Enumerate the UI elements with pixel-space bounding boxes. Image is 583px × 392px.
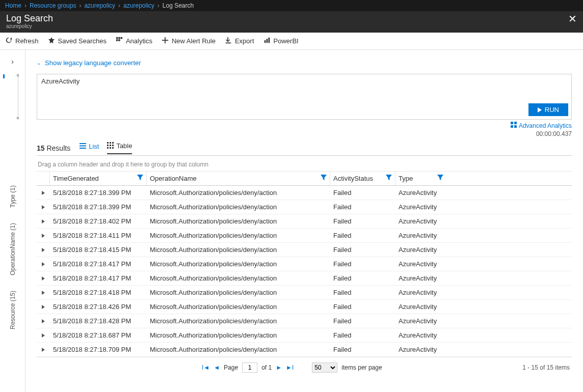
saved-searches-label: Saved Searches: [58, 37, 107, 45]
expand-row-button[interactable]: [37, 191, 50, 195]
col-type[interactable]: Type: [395, 172, 446, 185]
view-list-button[interactable]: List: [80, 143, 99, 154]
new-alert-label: New Alert Rule: [172, 37, 216, 45]
cell-type: AzureActivity: [395, 232, 446, 239]
table-icon: [107, 142, 114, 150]
table-row[interactable]: 5/18/2018 8:27:18.418 PMMicrosoft.Author…: [37, 286, 572, 300]
table-row[interactable]: 5/18/2018 8:27:18.415 PMMicrosoft.Author…: [37, 243, 572, 257]
expand-row-button[interactable]: [37, 333, 50, 338]
play-icon: [538, 107, 542, 113]
saved-searches-button[interactable]: Saved Searches: [48, 37, 107, 45]
rail-tab-type[interactable]: Type (1): [8, 182, 17, 211]
cell-type: AzureActivity: [395, 217, 446, 225]
results-count-value: 15: [37, 144, 45, 152]
chevron-right-icon: ›: [79, 2, 81, 9]
table-row[interactable]: 5/18/2018 8:27:18.402 PMMicrosoft.Author…: [37, 214, 572, 229]
advanced-analytics-link[interactable]: Advanced Analytics: [511, 122, 572, 129]
col-operationname[interactable]: OperationName: [147, 172, 330, 185]
table-row[interactable]: 5/18/2018 8:27:18.428 PMMicrosoft.Author…: [37, 314, 572, 328]
advanced-analytics-label: Advanced Analytics: [519, 122, 572, 129]
expand-row-button[interactable]: [37, 291, 50, 295]
query-editor[interactable]: AzureActivity RUN: [37, 74, 572, 120]
grid-body: 5/18/2018 8:27:18.399 PMMicrosoft.Author…: [37, 186, 572, 357]
expand-rail-button[interactable]: ›: [11, 58, 14, 66]
cell-type: AzureActivity: [395, 189, 446, 197]
expand-row-button[interactable]: [37, 262, 50, 266]
powerbi-button[interactable]: PowerBI: [263, 37, 299, 45]
filter-icon[interactable]: [321, 175, 327, 182]
caret-right-icon: [42, 234, 45, 238]
table-row[interactable]: 5/18/2018 8:27:18.709 PMMicrosoft.Author…: [37, 343, 572, 357]
filter-icon[interactable]: [437, 175, 443, 182]
table-row[interactable]: 5/18/2018 8:27:18.411 PMMicrosoft.Author…: [37, 229, 572, 243]
caret-right-icon: [42, 262, 45, 266]
pager-range: 1 - 15 of 15 items: [522, 364, 570, 371]
cell-operation: Microsoft.Authorization/policies/deny/ac…: [147, 346, 330, 353]
cell-type: AzureActivity: [395, 274, 446, 282]
analytics-button[interactable]: Analytics: [116, 37, 152, 45]
view-list-label: List: [89, 143, 99, 150]
page-input[interactable]: [242, 362, 257, 373]
table-row[interactable]: 5/18/2018 8:27:18.399 PMMicrosoft.Author…: [37, 200, 572, 214]
view-table-label: Table: [116, 142, 132, 150]
chevron-right-icon: ›: [24, 2, 26, 9]
title-bar: Log Search azurepolicy ✕: [0, 11, 583, 33]
cell-time: 5/18/2018 8:27:18.411 PM: [50, 232, 147, 239]
caret-right-icon: [42, 248, 45, 252]
expand-row-button[interactable]: [37, 319, 50, 323]
breadcrumb-azurepolicy-2[interactable]: azurepolicy: [123, 2, 154, 9]
expand-row-button[interactable]: [37, 205, 50, 209]
filter-icon[interactable]: [137, 175, 143, 182]
col-activitystatus-label: ActivityStatus: [333, 175, 373, 182]
rail-tab-operationname[interactable]: OperationName (1): [8, 220, 17, 278]
new-alert-button[interactable]: New Alert Rule: [162, 37, 216, 45]
view-table-button[interactable]: Table: [107, 142, 132, 154]
page-last-button[interactable]: ►I: [286, 364, 294, 371]
col-timegenerated[interactable]: TimeGenerated: [50, 172, 147, 185]
filter-icon[interactable]: [386, 175, 392, 182]
cell-status: Failed: [330, 331, 395, 339]
cell-status: Failed: [330, 317, 395, 325]
export-button[interactable]: Export: [225, 37, 254, 45]
expand-row-button[interactable]: [37, 219, 50, 223]
breadcrumb-home[interactable]: Home: [5, 2, 21, 9]
page-prev-button[interactable]: ◄: [214, 364, 220, 371]
expand-row-button[interactable]: [37, 305, 50, 309]
expand-row-button[interactable]: [37, 248, 50, 252]
breadcrumb: Home › Resource groups › azurepolicy › a…: [0, 0, 583, 11]
close-button[interactable]: ✕: [568, 13, 577, 24]
col-type-label: Type: [399, 175, 413, 182]
table-row[interactable]: 5/18/2018 8:27:18.417 PMMicrosoft.Author…: [37, 257, 572, 271]
table-row[interactable]: 5/18/2018 8:27:18.687 PMMicrosoft.Author…: [37, 328, 572, 343]
analytics-label: Analytics: [126, 37, 152, 45]
expand-row-button[interactable]: [37, 276, 50, 281]
analytics-icon: [116, 37, 123, 45]
breadcrumb-current: Log Search: [163, 2, 194, 9]
legacy-converter-link[interactable]: ⌄ Show legacy language converter: [37, 59, 572, 67]
table-row[interactable]: 5/18/2018 8:27:18.426 PMMicrosoft.Author…: [37, 300, 572, 314]
table-row[interactable]: 5/18/2018 8:27:18.417 PMMicrosoft.Author…: [37, 271, 572, 286]
breadcrumb-azurepolicy-1[interactable]: azurepolicy: [84, 2, 115, 9]
chevron-right-icon: ›: [118, 2, 120, 9]
svg-rect-3: [116, 39, 118, 41]
cell-operation: Microsoft.Authorization/policies/deny/ac…: [147, 289, 330, 296]
svg-rect-22: [110, 147, 111, 149]
breadcrumb-resource-groups[interactable]: Resource groups: [30, 2, 76, 9]
caret-right-icon: [42, 219, 45, 223]
page-first-button[interactable]: I◄: [202, 364, 209, 371]
expand-row-button[interactable]: [37, 234, 50, 238]
results-bar: 15 Results List Table: [37, 141, 572, 156]
group-by-dropzone[interactable]: Drag a column header and drop it here to…: [37, 159, 572, 170]
caret-right-icon: [42, 348, 45, 352]
col-activitystatus[interactable]: ActivityStatus: [330, 172, 395, 185]
page-next-button[interactable]: ►: [276, 364, 282, 371]
rail-tab-resource[interactable]: Resource (15): [8, 288, 17, 332]
cell-operation: Microsoft.Authorization/policies/deny/ac…: [147, 189, 330, 197]
run-button[interactable]: RUN: [528, 103, 568, 116]
table-row[interactable]: 5/18/2018 8:27:18.399 PMMicrosoft.Author…: [37, 186, 572, 200]
expand-row-button[interactable]: [37, 348, 50, 352]
svg-rect-18: [107, 145, 109, 146]
items-per-page-select[interactable]: 50: [312, 362, 337, 373]
legacy-converter-label: Show legacy language converter: [45, 59, 141, 67]
refresh-button[interactable]: Refresh: [5, 37, 39, 45]
